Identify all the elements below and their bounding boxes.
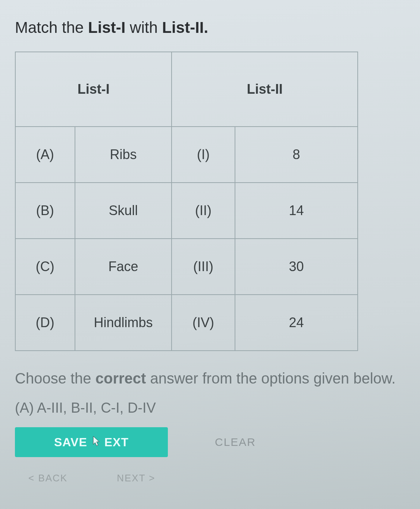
table-row: (A) Ribs (I) 8: [15, 127, 358, 183]
table-row: (C) Face (III) 30: [15, 239, 358, 295]
clear-button[interactable]: CLEAR: [213, 435, 258, 449]
instruction-bold: correct: [95, 370, 146, 387]
instruction-post: answer from the options given below.: [146, 370, 395, 387]
header-list2: List-II: [172, 52, 358, 127]
row-key2: (I): [172, 127, 235, 183]
prompt-bold1: List-I: [88, 19, 125, 36]
row-key1: (C): [15, 239, 75, 295]
row-key1: (B): [15, 183, 75, 239]
row-val1: Hindlimbs: [75, 295, 172, 351]
row-val2: 8: [235, 127, 358, 183]
save-next-button[interactable]: SAVE EXT: [15, 427, 168, 457]
question-prompt: Match the List-I with List-II.: [15, 19, 405, 37]
next-button[interactable]: NEXT >: [115, 472, 157, 484]
row-val2: 14: [235, 183, 358, 239]
row-key2: (III): [172, 239, 235, 295]
question-page: Match the List-I with List-II. List-I Li…: [0, 0, 420, 509]
option-a[interactable]: (A) A-III, B-II, C-I, D-IV: [15, 400, 405, 416]
row-val2: 24: [235, 295, 358, 351]
save-label-post: EXT: [104, 435, 129, 449]
button-row: SAVE EXT CLEAR: [15, 427, 405, 457]
row-key1: (D): [15, 295, 75, 351]
row-val1: Skull: [75, 183, 172, 239]
prompt-bold2: List-II.: [162, 19, 208, 36]
prompt-mid: with: [125, 19, 162, 36]
header-list1: List-I: [15, 52, 172, 127]
match-table: List-I List-II (A) Ribs (I) 8 (B) Skull …: [15, 52, 358, 351]
table-header-row: List-I List-II: [15, 52, 358, 127]
row-key1: (A): [15, 127, 75, 183]
back-button[interactable]: < BACK: [26, 472, 70, 484]
row-key2: (II): [172, 183, 235, 239]
cursor-icon: [91, 435, 101, 449]
row-val1: Face: [75, 239, 172, 295]
row-val1: Ribs: [75, 127, 172, 183]
table-row: (D) Hindlimbs (IV) 24: [15, 295, 358, 351]
prompt-prefix: Match the: [15, 19, 88, 36]
nav-row: < BACK NEXT >: [15, 472, 405, 484]
row-key2: (IV): [172, 295, 235, 351]
save-label-pre: SAVE: [54, 435, 87, 449]
table-row: (B) Skull (II) 14: [15, 183, 358, 239]
instruction-pre: Choose the: [15, 370, 95, 387]
row-val2: 30: [235, 239, 358, 295]
answer-instruction: Choose the correct answer from the optio…: [15, 368, 405, 389]
